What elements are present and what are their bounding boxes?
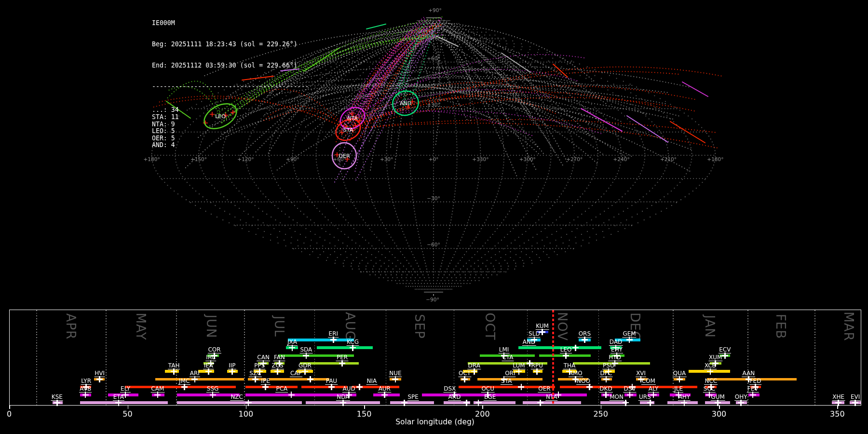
- activity-timeline-plot: APRMAYJUNJULAUGSEPOCTNOVDECJANFEBMARKUME…: [9, 310, 861, 406]
- peak-marker-v: [404, 400, 405, 406]
- shower-label: XHE: [832, 394, 845, 401]
- shower-label: AAN: [742, 370, 755, 377]
- shower-peak-marker: [356, 384, 363, 390]
- shower-label: XVI: [636, 370, 646, 377]
- shower-label: ECV: [719, 347, 731, 353]
- shower-label: KUM: [535, 323, 549, 330]
- shower-peak-marker: [401, 400, 407, 406]
- shower-label: PPS: [254, 363, 265, 369]
- shower-label: NIA: [366, 378, 377, 385]
- lat-label: −30°: [427, 195, 440, 201]
- count-line: OER: 5: [152, 135, 309, 142]
- shower-label: GDR: [298, 363, 312, 369]
- shower-label: THA: [563, 363, 576, 369]
- shower-peak-marker: [307, 376, 313, 382]
- shower-label: KCG: [346, 339, 359, 346]
- shower-label: SPE: [407, 394, 419, 401]
- month-gridline: [106, 310, 107, 405]
- shower-label: ORS: [578, 331, 591, 338]
- shower-label: PCA: [275, 386, 288, 393]
- shower-label: URS: [638, 394, 651, 401]
- peak-marker-v: [466, 400, 467, 406]
- axis-tick: [246, 406, 247, 409]
- shower-label: JXA: [287, 339, 298, 346]
- shower-peak-marker: [288, 392, 295, 398]
- axis-tick-label: 150: [357, 409, 372, 419]
- shower-label: NOO: [576, 378, 591, 385]
- shower-peak-marker: [463, 400, 470, 406]
- peak-marker-v: [310, 376, 311, 382]
- shower-label: OHY: [734, 394, 748, 401]
- peak-marker-v: [625, 400, 626, 406]
- lon-label: +210°: [660, 156, 677, 162]
- shower-label: FEV: [747, 386, 759, 393]
- axis-tick: [482, 406, 483, 409]
- shower-label: PAU: [326, 378, 338, 385]
- shower-label: DSX: [443, 386, 456, 393]
- shower-label: AUD: [342, 386, 356, 393]
- lon-label: +0°: [429, 156, 439, 162]
- shower-label: NUE: [389, 370, 402, 377]
- separator-line: ----------------------------------------…: [152, 83, 309, 91]
- peak-marker-v: [359, 384, 360, 390]
- shower-peak-marker: [245, 400, 252, 406]
- axis-tick-label: 0: [7, 409, 12, 419]
- begin-time-line: Beg: 20251111 18:23:43 (sol = 229.26°): [152, 41, 309, 48]
- shower-label: DRA: [468, 363, 481, 369]
- shower-label: JLE: [674, 386, 683, 393]
- peak-marker-v: [529, 360, 530, 366]
- shower-label: DAD: [609, 339, 623, 346]
- axis-tick: [128, 406, 129, 409]
- shower-label: AVB: [79, 386, 92, 393]
- lon-label: +330°: [472, 156, 488, 162]
- shower-bar: [155, 378, 244, 381]
- axis-tick: [601, 406, 602, 409]
- shower-label: HVI: [94, 370, 105, 377]
- month-label: JAN: [703, 315, 717, 338]
- shower-label: QUA: [673, 370, 686, 377]
- shower-label: TAH: [168, 363, 180, 369]
- shower-label: AND: [522, 339, 536, 346]
- radiant-label: AND: [400, 100, 411, 107]
- shower-bar: [245, 386, 297, 389]
- lon-label: +180°: [707, 156, 723, 162]
- shower-label: JMC: [178, 378, 190, 385]
- peak-marker-v: [248, 400, 249, 406]
- x-axis-title: Solar longitude (deg): [395, 418, 475, 426]
- shower-peak-marker: [572, 345, 579, 351]
- shower-label: DSV: [624, 386, 637, 393]
- shower-label: ALY: [648, 386, 659, 393]
- shower-label: IIP: [228, 363, 236, 369]
- shower-label: CAP: [290, 370, 302, 377]
- header-block: IE000M Beg: 20251111 18:23:43 (sol = 229…: [152, 6, 309, 163]
- shower-label: AHY: [678, 394, 691, 401]
- axis-tick-label: 50: [122, 409, 132, 419]
- axis-tick: [364, 406, 365, 409]
- axis-tick: [837, 406, 838, 409]
- shower-label: COM: [641, 378, 656, 385]
- shower-label: SZC: [249, 370, 261, 377]
- shower-label: LYR: [81, 378, 92, 385]
- shower-bar: [125, 386, 236, 389]
- peak-marker-v: [575, 345, 576, 351]
- shower-label: XUM: [708, 354, 722, 361]
- shower-label: AMO: [569, 370, 583, 377]
- shower-label: AUR: [378, 386, 391, 393]
- month-gridline: [244, 310, 245, 405]
- axis-tick-label: 350: [830, 409, 845, 419]
- shower-label: IPE: [260, 378, 270, 385]
- shower-label: MON: [609, 394, 624, 401]
- shower-label: SCC: [703, 386, 716, 393]
- shower-label: PER: [336, 354, 348, 361]
- shower-bar: [269, 378, 329, 381]
- shower-label: NTA: [545, 394, 558, 401]
- shower-label: ARD: [448, 394, 461, 401]
- shower-label: IEA: [203, 363, 214, 369]
- shower-peak-marker: [537, 400, 543, 406]
- axis-tick-label: 200: [475, 409, 490, 419]
- shower-bar: [495, 393, 587, 396]
- shower-peak-marker: [518, 384, 524, 390]
- month-label: JUL: [272, 316, 286, 337]
- shower-bar: [80, 401, 168, 404]
- shower-bar: [301, 386, 347, 389]
